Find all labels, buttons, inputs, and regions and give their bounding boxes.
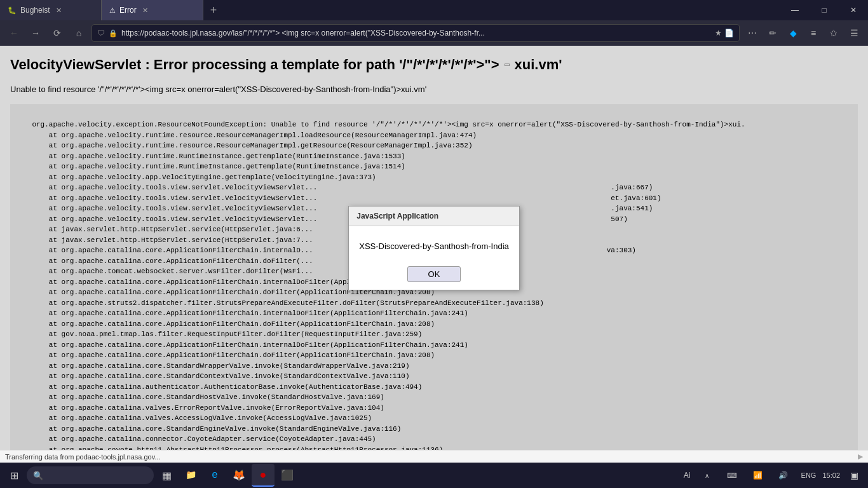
- shield-icon: 🛡: [97, 29, 105, 37]
- app1-icon: ●: [257, 468, 269, 481]
- url-bar[interactable]: 🛡 🔒 https://podaac-tools.jpl.nasa.gov/la…: [92, 24, 740, 42]
- reader-mode-icon[interactable]: 📄: [724, 29, 734, 37]
- library-button[interactable]: ≡: [804, 24, 822, 42]
- ai-label[interactable]: Ai: [681, 470, 693, 481]
- firefox-icon: 🦊: [233, 468, 245, 481]
- window-controls: — □ ✕: [780, 0, 868, 20]
- taskbar: ⊞ 🔍 ▦ 📁 e 🦊 ● ⬛ Ai ∧ ⌨ 📶 🔊 ENG 15:02 ▣: [0, 463, 868, 488]
- app2-icon: ⬛: [281, 468, 294, 481]
- tab-label-error: Error: [119, 6, 137, 15]
- tab-close-bugheist[interactable]: ✕: [54, 5, 64, 15]
- tab-error[interactable]: ⚠ Error ✕: [102, 0, 203, 20]
- status-bar: Transferring data from podaac-tools.jpl.…: [0, 450, 868, 463]
- task-view-icon: ▦: [162, 470, 172, 482]
- dialog-ok-button[interactable]: OK: [407, 266, 461, 282]
- firefox-account-button[interactable]: ◆: [784, 24, 802, 42]
- bookmarks-button[interactable]: ✩: [825, 24, 843, 42]
- tab-label: Bugheist: [20, 6, 50, 15]
- taskbar-time[interactable]: 15:02: [822, 471, 840, 479]
- notification-area: Ai ∧ ⌨ 📶 🔊 ENG 15:02 ▣: [681, 464, 865, 487]
- dialog-title-bar: JavaScript Application: [349, 207, 519, 226]
- dialog-title-text: JavaScript Application: [356, 212, 438, 220]
- alert-dialog: JavaScript Application XSS-Discovered-by…: [348, 206, 520, 290]
- close-button[interactable]: ✕: [839, 0, 868, 20]
- dialog-footer: OK: [349, 261, 519, 290]
- pocket-button[interactable]: ✏: [764, 24, 782, 42]
- taskbar-app-2[interactable]: ⬛: [276, 464, 299, 487]
- language-indicator[interactable]: ENG: [797, 464, 820, 487]
- chevron-up-button[interactable]: ∧: [695, 464, 718, 487]
- url-text: https://podaac-tools.jpl.nasa.gov/las/"/…: [121, 29, 711, 37]
- tab-favicon: 🐛: [8, 6, 17, 15]
- lock-icon: 🔒: [109, 29, 118, 37]
- start-button[interactable]: ⊞: [3, 464, 25, 487]
- edge-icon: e: [208, 468, 221, 481]
- back-button[interactable]: ←: [5, 24, 23, 42]
- keyboard-icon: ⌨: [721, 464, 743, 487]
- extensions-button[interactable]: ⋯: [743, 24, 761, 42]
- time-display: 15:02: [822, 471, 840, 479]
- tab-close-error[interactable]: ✕: [140, 5, 151, 15]
- task-view-button[interactable]: ▦: [155, 464, 178, 487]
- new-tab-button[interactable]: +: [203, 0, 224, 20]
- notifications-button[interactable]: ▣: [843, 464, 865, 487]
- browser-content: VelocityViewServlet : Error processing a…: [0, 46, 868, 450]
- dialog-message: XSS-Discovered-by-Santhosh-from-India: [359, 241, 509, 251]
- tab-bugheist[interactable]: 🐛 Bugheist ✕: [0, 0, 102, 20]
- menu-button[interactable]: ☰: [845, 24, 863, 42]
- dialog-overlay: JavaScript Application XSS-Discovered-by…: [0, 46, 868, 450]
- bookmark-star-icon[interactable]: ★: [715, 29, 722, 37]
- maximize-button[interactable]: □: [810, 0, 839, 20]
- taskbar-app-explorer[interactable]: 📁: [179, 464, 202, 487]
- tab-bar: 🐛 Bugheist ✕ ⚠ Error ✕ +: [0, 0, 780, 20]
- status-text: Transferring data from podaac-tools.jpl.…: [5, 453, 161, 461]
- minimize-button[interactable]: —: [780, 0, 810, 20]
- forward-button[interactable]: →: [27, 24, 44, 42]
- title-bar: 🐛 Bugheist ✕ ⚠ Error ✕ + — □ ✕: [0, 0, 868, 20]
- scroll-indicator: ▶: [858, 452, 863, 461]
- url-right-icons: ★ 📄: [715, 29, 734, 37]
- taskbar-app-1[interactable]: ●: [252, 464, 275, 487]
- explorer-icon: 📁: [184, 468, 197, 481]
- refresh-button[interactable]: ⟳: [48, 24, 66, 42]
- toolbar-right: ⋯ ✏ ◆ ≡ ✩ ☰: [743, 24, 863, 42]
- taskbar-app-edge[interactable]: e: [203, 464, 226, 487]
- network-icon[interactable]: 📶: [746, 464, 769, 487]
- home-button[interactable]: ⌂: [70, 24, 88, 42]
- taskbar-search[interactable]: 🔍: [27, 466, 154, 484]
- windows-icon: ⊞: [10, 470, 18, 482]
- volume-icon[interactable]: 🔊: [771, 464, 794, 487]
- tab-favicon-error: ⚠: [109, 6, 116, 15]
- search-icon: 🔍: [33, 471, 43, 480]
- taskbar-app-firefox[interactable]: 🦊: [227, 464, 250, 487]
- dialog-body: XSS-Discovered-by-Santhosh-from-India: [349, 226, 519, 261]
- address-bar: ← → ⟳ ⌂ 🛡 🔒 https://podaac-tools.jpl.nas…: [0, 20, 868, 46]
